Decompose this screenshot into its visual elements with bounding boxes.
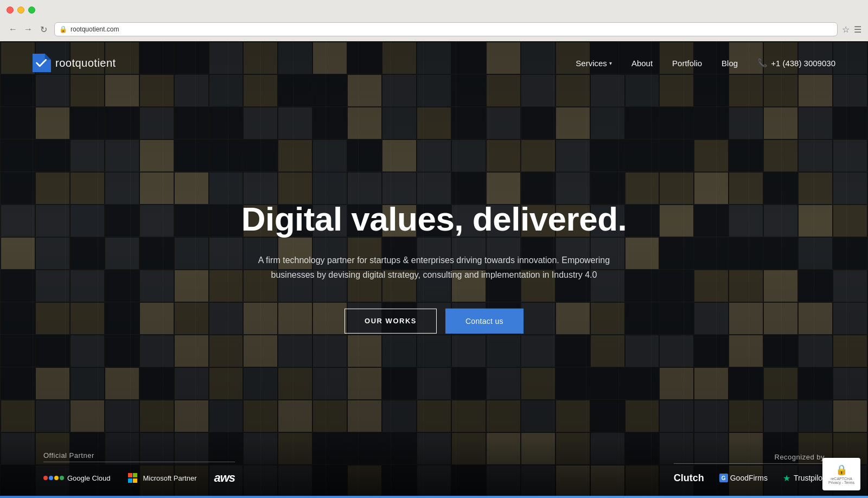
nav-buttons: ← → ↻ bbox=[7, 23, 50, 36]
url-text: rootquotient.com bbox=[71, 25, 833, 33]
partner-section: Official Partner Google Cloud bbox=[43, 451, 235, 485]
close-button[interactable] bbox=[7, 7, 14, 14]
lock-icon: 🔒 bbox=[59, 25, 67, 33]
address-bar[interactable]: 🔒 rootquotient.com bbox=[54, 22, 838, 36]
nav-link-blog[interactable]: Blog bbox=[722, 59, 738, 68]
recognized-section: Recognized by Clutch G GoodFirms ★ Trust… bbox=[674, 453, 825, 484]
bottom-bar: Official Partner Google Cloud bbox=[0, 438, 868, 498]
aws-logo: aws bbox=[214, 471, 235, 485]
nav-item-services[interactable]: Services ▾ bbox=[576, 59, 612, 68]
google-cloud-text: Google Cloud bbox=[67, 474, 111, 482]
logo-text: rootquotient bbox=[55, 57, 116, 69]
contact-us-button[interactable]: Contact us bbox=[445, 308, 524, 333]
recaptcha-icon: 🔒 bbox=[835, 464, 847, 476]
chevron-down-icon: ▾ bbox=[609, 60, 612, 66]
google-cloud-icon bbox=[43, 476, 64, 480]
bookmark-button[interactable]: ☆ bbox=[842, 24, 850, 35]
traffic-lights bbox=[7, 7, 35, 14]
minimize-button[interactable] bbox=[17, 7, 24, 14]
logo-icon bbox=[33, 54, 51, 72]
back-button[interactable]: ← bbox=[7, 23, 20, 36]
nav-link-about[interactable]: About bbox=[631, 59, 653, 68]
nav-item-blog[interactable]: Blog bbox=[722, 59, 738, 68]
logo-area[interactable]: rootquotient bbox=[33, 54, 116, 72]
recaptcha-text: reCAPTCHAPrivacy - Terms bbox=[828, 477, 854, 484]
browser-toolbar: ← → ↻ 🔒 rootquotient.com ☆ ☰ bbox=[0, 20, 868, 41]
navbar: rootquotient Services ▾ About Portfolio bbox=[0, 41, 868, 85]
trustpilot-star-icon: ★ bbox=[783, 473, 790, 483]
browser-chrome: ← → ↻ 🔒 rootquotient.com ☆ ☰ bbox=[0, 0, 868, 41]
recaptcha-badge: 🔒 reCAPTCHAPrivacy - Terms bbox=[822, 458, 860, 490]
nav-link-portfolio[interactable]: Portfolio bbox=[672, 59, 702, 68]
goodfirms-logo: G GoodFirms bbox=[719, 474, 768, 482]
menu-button[interactable]: ☰ bbox=[854, 24, 861, 35]
microsoft-icon bbox=[128, 473, 138, 483]
recognized-label: Recognized by bbox=[674, 453, 825, 464]
nav-phone-link[interactable]: 📞 +1 (438) 3009030 bbox=[757, 58, 835, 68]
partner-label: Official Partner bbox=[43, 451, 235, 462]
bottom-strip bbox=[0, 496, 868, 498]
microsoft-text: Microsoft Partner bbox=[143, 474, 197, 482]
clutch-logo: Clutch bbox=[674, 473, 704, 484]
forward-button[interactable]: → bbox=[22, 23, 35, 36]
recognized-logos: Clutch G GoodFirms ★ Trustpilot bbox=[674, 473, 825, 484]
trustpilot-logo: ★ Trustpilot bbox=[783, 473, 825, 483]
aws-text: aws bbox=[214, 471, 235, 485]
nav-links: Services ▾ About Portfolio Blog bbox=[576, 58, 835, 68]
phone-icon: 📞 bbox=[757, 58, 768, 68]
microsoft-logo: Microsoft Partner bbox=[128, 473, 197, 483]
hero-content: Digital values, delivered. A firm techno… bbox=[190, 201, 678, 334]
our-works-button[interactable]: OUR WORKS bbox=[344, 308, 437, 333]
hero-title: Digital values, delivered. bbox=[190, 201, 678, 238]
maximize-button[interactable] bbox=[28, 7, 35, 14]
goodfirms-text: GoodFirms bbox=[730, 474, 768, 482]
website: rootquotient Services ▾ About Portfolio bbox=[0, 41, 868, 498]
refresh-button[interactable]: ↻ bbox=[37, 23, 50, 36]
nav-item-portfolio[interactable]: Portfolio bbox=[672, 59, 702, 68]
nav-item-about[interactable]: About bbox=[631, 59, 653, 68]
hero-buttons: OUR WORKS Contact us bbox=[190, 308, 678, 333]
title-bar bbox=[0, 0, 868, 20]
toolbar-right: ☆ ☰ bbox=[842, 24, 861, 35]
partner-logos: Google Cloud Microsoft Partner aws bbox=[43, 471, 235, 485]
hero-subtitle: A firm technology partner for startups &… bbox=[250, 253, 618, 282]
svg-marker-1 bbox=[45, 54, 51, 60]
goodfirms-icon: G bbox=[719, 474, 728, 482]
google-cloud-logo: Google Cloud bbox=[43, 474, 111, 482]
nav-item-phone[interactable]: 📞 +1 (438) 3009030 bbox=[757, 58, 835, 68]
nav-link-services[interactable]: Services ▾ bbox=[576, 59, 612, 68]
trustpilot-text: Trustpilot bbox=[794, 474, 825, 482]
